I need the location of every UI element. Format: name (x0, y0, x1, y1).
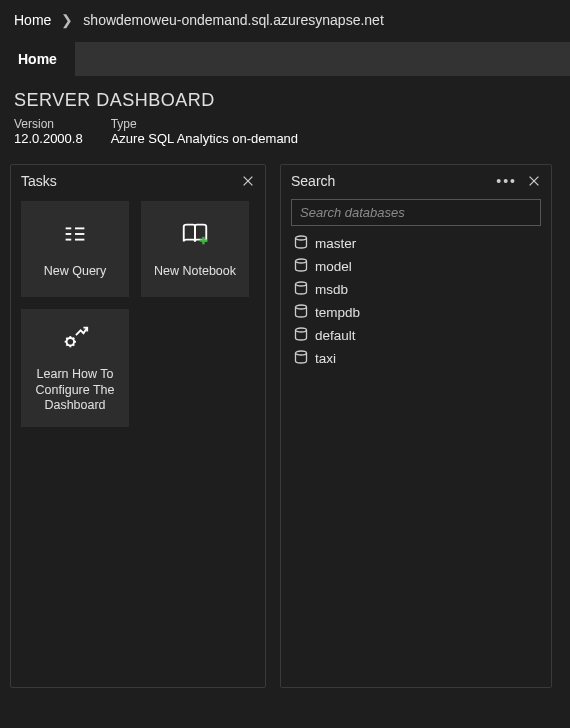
tasks-title: Tasks (21, 173, 57, 189)
task-label: Learn How To Configure The Dashboard (27, 367, 123, 414)
svg-point-21 (296, 236, 307, 240)
database-name: taxi (315, 351, 336, 366)
database-name: tempdb (315, 305, 360, 320)
server-header: SERVER DASHBOARD Version 12.0.2000.8 Typ… (0, 76, 570, 164)
database-item[interactable]: model (293, 257, 539, 276)
search-input[interactable] (291, 199, 541, 226)
task-label: New Notebook (154, 264, 236, 280)
database-name: default (315, 328, 356, 343)
task-new-notebook[interactable]: New Notebook (141, 201, 249, 297)
svg-point-24 (296, 305, 307, 309)
database-icon (293, 281, 309, 298)
database-icon (293, 350, 309, 367)
database-name: master (315, 236, 356, 251)
svg-point-22 (296, 259, 307, 263)
type-value: Azure SQL Analytics on-demand (111, 131, 298, 146)
breadcrumb: Home ❯ showdemoweu-ondemand.sql.azuresyn… (0, 0, 570, 42)
notebook-icon (180, 219, 210, 254)
task-label: New Query (44, 264, 107, 280)
database-name: model (315, 259, 352, 274)
version-value: 12.0.2000.8 (14, 131, 83, 146)
search-panel: Search ••• master model msdb (280, 164, 552, 688)
version-label: Version (14, 117, 83, 131)
svg-point-23 (296, 282, 307, 286)
close-icon[interactable] (527, 174, 541, 188)
svg-point-25 (296, 328, 307, 332)
database-icon (293, 258, 309, 275)
tab-home[interactable]: Home (0, 42, 75, 76)
task-new-query[interactable]: New Query (21, 201, 129, 297)
database-icon (293, 327, 309, 344)
svg-line-15 (66, 338, 67, 339)
tab-bar: Home (0, 42, 570, 76)
task-configure-dashboard[interactable]: Learn How To Configure The Dashboard (21, 309, 129, 427)
settings-trend-icon (60, 322, 90, 357)
database-item[interactable]: default (293, 326, 539, 345)
svg-line-18 (73, 338, 74, 339)
database-item[interactable]: msdb (293, 280, 539, 299)
server-meta: Version 12.0.2000.8 Type Azure SQL Analy… (14, 117, 556, 146)
database-icon (293, 304, 309, 321)
database-item[interactable]: tempdb (293, 303, 539, 322)
svg-line-16 (73, 345, 74, 346)
database-list: master model msdb tempdb default taxi (281, 234, 551, 368)
database-name: msdb (315, 282, 348, 297)
type-label: Type (111, 117, 298, 131)
breadcrumb-home[interactable]: Home (14, 12, 51, 28)
svg-point-26 (296, 351, 307, 355)
database-item[interactable]: master (293, 234, 539, 253)
svg-line-17 (66, 345, 67, 346)
database-item[interactable]: taxi (293, 349, 539, 368)
close-icon[interactable] (241, 174, 255, 188)
page-title: SERVER DASHBOARD (14, 90, 556, 111)
query-icon (60, 219, 90, 254)
database-icon (293, 235, 309, 252)
tasks-panel: Tasks New Query (10, 164, 266, 688)
chevron-right-icon: ❯ (61, 12, 73, 28)
more-icon[interactable]: ••• (496, 173, 517, 189)
breadcrumb-current: showdemoweu-ondemand.sql.azuresynapse.ne… (83, 12, 383, 28)
search-title: Search (291, 173, 335, 189)
